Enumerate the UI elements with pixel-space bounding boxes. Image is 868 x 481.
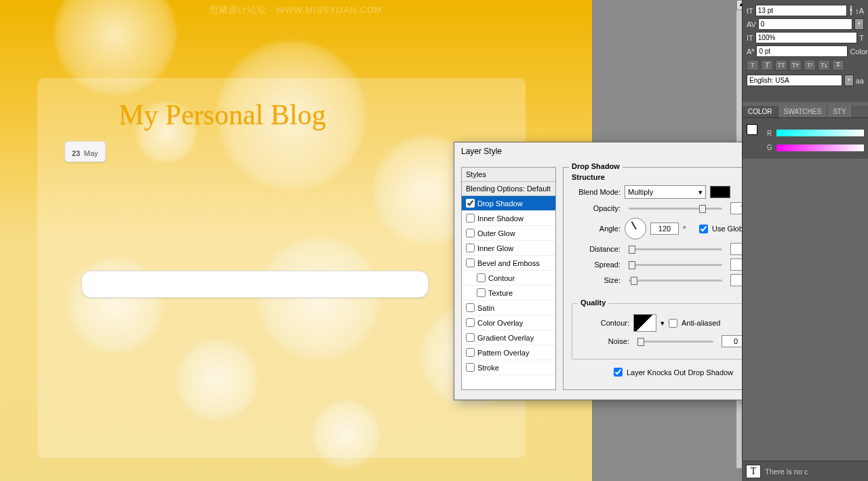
effect-bevel-emboss[interactable]: Bevel and Emboss bbox=[462, 256, 555, 271]
effect-inner-shadow[interactable]: Inner Shadow bbox=[462, 211, 555, 226]
angle-input[interactable] bbox=[650, 223, 679, 235]
color-label: Color: bbox=[850, 47, 868, 56]
effect-checkbox[interactable] bbox=[466, 244, 475, 252]
tab-swatches[interactable]: SWATCHES bbox=[778, 106, 828, 117]
baseline-input[interactable] bbox=[756, 45, 848, 57]
effect-stroke[interactable]: Stroke bbox=[462, 360, 555, 375]
effect-checkbox[interactable] bbox=[466, 318, 475, 327]
italic-button[interactable]: T bbox=[761, 60, 773, 71]
date-month: May bbox=[84, 149, 98, 157]
bold-button[interactable]: T bbox=[747, 60, 759, 71]
effect-checkbox[interactable] bbox=[466, 303, 475, 312]
date-badge: 23 May bbox=[64, 141, 106, 162]
effects-header[interactable]: Styles bbox=[462, 168, 555, 182]
right-panel-dock: tT ▾ ↕A AV ▾ IT T Aª Color: T T TT Tᴛ T¹… bbox=[742, 0, 868, 481]
effect-contour[interactable]: Contour bbox=[462, 271, 555, 286]
dropdown-icon[interactable]: ▾ bbox=[849, 5, 853, 16]
effect-checkbox[interactable] bbox=[477, 288, 486, 297]
effect-checkbox[interactable] bbox=[466, 363, 475, 372]
section-title: Drop Shadow bbox=[569, 162, 623, 170]
size-label: Size: bbox=[572, 276, 620, 284]
knockout-checkbox[interactable] bbox=[614, 368, 623, 377]
dropdown-icon[interactable]: ▾ bbox=[844, 75, 854, 86]
leading-icon: ↕A bbox=[855, 7, 864, 15]
layer-status-text: There is no c bbox=[765, 467, 808, 476]
angle-label: Angle: bbox=[572, 225, 620, 233]
contour-picker[interactable] bbox=[633, 314, 656, 332]
strikethrough-button[interactable]: T̶ bbox=[832, 60, 844, 71]
effect-drop-shadow[interactable]: Drop Shadow bbox=[462, 196, 555, 211]
superscript-button[interactable]: T¹ bbox=[804, 60, 816, 71]
effect-checkbox[interactable] bbox=[466, 348, 475, 357]
tracking-input[interactable] bbox=[758, 18, 852, 30]
watermark-text: 思绪设计论坛 · WWW.MISSYUAN.COM bbox=[210, 4, 382, 16]
g-label: G bbox=[767, 144, 774, 151]
effect-checkbox[interactable] bbox=[466, 229, 475, 237]
blend-mode-label: Blend Mode: bbox=[572, 188, 620, 196]
noise-slider[interactable] bbox=[637, 341, 713, 343]
knockout-label: Layer Knocks Out Drop Shadow bbox=[627, 368, 733, 377]
effect-checkbox[interactable] bbox=[466, 333, 475, 342]
blog-title: My Personal Blog bbox=[119, 98, 498, 131]
tracking-icon: AV bbox=[747, 20, 756, 28]
foreground-background-swatch[interactable] bbox=[747, 124, 764, 142]
antialiased-label: Anti-aliased bbox=[682, 319, 720, 327]
blog-card: My Personal Blog 23 May bbox=[37, 78, 526, 458]
effect-satin[interactable]: Satin bbox=[462, 301, 555, 315]
language-select[interactable] bbox=[747, 75, 842, 86]
use-global-light-checkbox[interactable] bbox=[699, 225, 708, 233]
chevron-down-icon[interactable]: ▾ bbox=[660, 319, 665, 328]
baseline-icon: Aª bbox=[747, 47, 754, 56]
text-layer-icon[interactable]: T bbox=[746, 465, 761, 478]
effect-texture[interactable]: Texture bbox=[462, 286, 555, 301]
effect-outer-glow[interactable]: Outer Glow bbox=[462, 226, 555, 241]
subscript-button[interactable]: T₁ bbox=[818, 60, 830, 71]
r-slider[interactable] bbox=[776, 130, 864, 136]
g-slider[interactable] bbox=[776, 145, 864, 151]
antialiased-checkbox[interactable] bbox=[669, 319, 677, 328]
effect-checkbox[interactable] bbox=[466, 214, 475, 223]
font-size-input[interactable] bbox=[755, 5, 847, 16]
quality-title: Quality bbox=[578, 299, 608, 307]
r-label: R bbox=[767, 130, 774, 137]
distance-slider[interactable] bbox=[629, 248, 722, 250]
blend-mode-select[interactable]: Multiply▾ bbox=[625, 185, 706, 199]
angle-dial[interactable] bbox=[625, 218, 646, 239]
shadow-color-swatch[interactable] bbox=[710, 186, 730, 198]
layers-bottom-row: T There is no c bbox=[742, 461, 868, 481]
effects-list: Styles Blending Options: Default Drop Sh… bbox=[461, 167, 556, 390]
effect-gradient-overlay[interactable]: Gradient Overlay bbox=[462, 330, 555, 345]
smallcaps-button[interactable]: Tᴛ bbox=[789, 60, 802, 71]
opacity-slider[interactable] bbox=[629, 208, 722, 210]
effect-inner-glow[interactable]: Inner Glow bbox=[462, 241, 555, 256]
color-panel: COLOR SWATCHES STY R G bbox=[743, 106, 868, 159]
blending-options-row[interactable]: Blending Options: Default bbox=[462, 182, 555, 196]
chevron-down-icon: ▾ bbox=[698, 188, 703, 197]
date-day: 23 bbox=[72, 149, 80, 157]
contour-label: Contour: bbox=[580, 319, 629, 327]
effect-checkbox[interactable] bbox=[477, 273, 486, 282]
opacity-label: Opacity: bbox=[572, 204, 620, 212]
effect-color-overlay[interactable]: Color Overlay bbox=[462, 315, 555, 330]
vscale-input[interactable] bbox=[755, 32, 857, 43]
vscale-icon: IT bbox=[747, 34, 753, 42]
character-panel: tT ▾ ↕A AV ▾ IT T Aª Color: T T TT Tᴛ T¹… bbox=[743, 0, 868, 102]
dropdown-icon[interactable]: ▾ bbox=[854, 18, 864, 30]
distance-label: Distance: bbox=[572, 245, 620, 253]
aa-label: aa bbox=[856, 77, 864, 85]
spread-label: Spread: bbox=[572, 261, 620, 269]
angle-unit: ° bbox=[683, 225, 695, 233]
hscale-icon: T bbox=[859, 34, 864, 42]
size-slider[interactable] bbox=[629, 280, 722, 282]
spread-slider[interactable] bbox=[629, 264, 722, 266]
allcaps-button[interactable]: TT bbox=[775, 60, 787, 71]
noise-label: Noise: bbox=[580, 337, 629, 345]
effect-checkbox[interactable] bbox=[466, 199, 475, 208]
font-size-icon: tT bbox=[747, 7, 753, 15]
effect-pattern-overlay[interactable]: Pattern Overlay bbox=[462, 345, 555, 360]
tab-styles[interactable]: STY bbox=[827, 106, 852, 117]
tab-color[interactable]: COLOR bbox=[743, 106, 778, 117]
effect-checkbox[interactable] bbox=[466, 258, 475, 267]
post-input[interactable] bbox=[81, 271, 429, 298]
